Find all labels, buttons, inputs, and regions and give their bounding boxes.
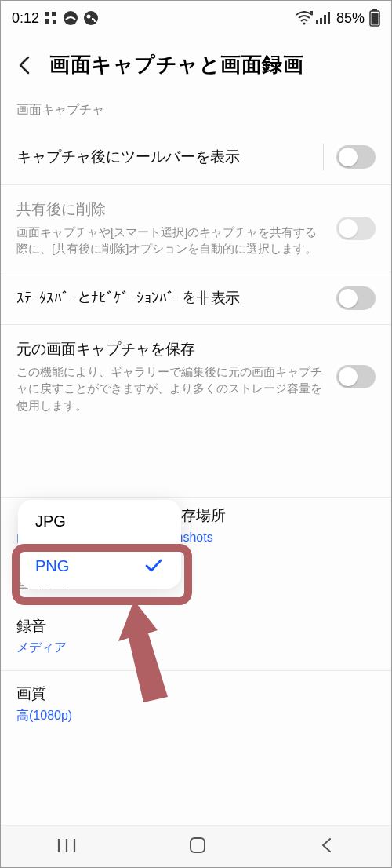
toggle-save-original[interactable]	[336, 365, 376, 388]
svg-rect-12	[324, 15, 326, 24]
row-value: メディア	[16, 640, 376, 656]
svg-rect-3	[53, 20, 56, 24]
popup-option-png[interactable]: PNG	[18, 543, 181, 589]
svg-rect-1	[52, 12, 56, 16]
toggle-hide-bars[interactable]	[336, 286, 376, 310]
svg-rect-2	[45, 19, 49, 24]
status-right: 85%	[296, 9, 380, 27]
row-quality[interactable]: 画質 高(1080p)	[1, 671, 391, 739]
status-bar: 0:12 85%	[1, 1, 391, 35]
svg-rect-0	[45, 12, 49, 16]
android-navbar	[1, 825, 391, 867]
status-notif-icon	[44, 11, 58, 25]
svg-rect-10	[316, 20, 318, 24]
nav-recents-button[interactable]	[56, 837, 77, 856]
nav-back-icon	[318, 837, 336, 854]
svg-rect-16	[372, 13, 379, 25]
row-subtitle: この機能により、ギャラリーで編集後に元の画面キャプチャに戻すことができますが、よ…	[16, 363, 328, 414]
divider	[323, 144, 324, 170]
recents-icon	[56, 837, 77, 853]
popup-option-label: JPG	[35, 512, 66, 531]
row-toolbar-after-capture[interactable]: キャプチャ後にツールバーを表示	[1, 129, 391, 185]
format-popup: JPG PNG	[18, 500, 181, 589]
chevron-left-icon	[15, 55, 35, 75]
row-title: 画質	[16, 684, 376, 705]
row-value: 高(1080p)	[16, 708, 376, 724]
toggle-toolbar[interactable]	[336, 145, 376, 169]
section-label-capture: 画面キャプチャ	[1, 100, 391, 129]
back-button[interactable]	[12, 52, 38, 78]
status-time: 0:12	[12, 10, 39, 27]
row-delete-after-share[interactable]: 共有後に削除 画面キャプチャや[スマート選択]のキャプチャを共有する際に、[共有…	[1, 185, 391, 272]
svg-rect-11	[320, 18, 322, 24]
signal-icon	[316, 12, 332, 24]
row-title: ｽﾃｰﾀｽﾊﾞｰとﾅﾋﾞｹﾞｰｼｮﾝﾊﾞｰを非表示	[16, 288, 328, 309]
svg-point-5	[84, 11, 98, 25]
svg-rect-21	[191, 838, 205, 852]
check-icon	[143, 556, 164, 576]
popup-option-label: PNG	[35, 557, 69, 575]
battery-pct: 85%	[336, 10, 365, 27]
row-audio[interactable]: 録音 メディア	[1, 604, 391, 672]
wifi-icon	[296, 11, 313, 25]
status-app2-icon	[83, 10, 99, 26]
row-save-original[interactable]: 元の画面キャプチャを保存 この機能により、ギャラリーで編集後に元の画面キャプチャ…	[1, 325, 391, 429]
row-title: 元の画面キャプチャを保存	[16, 339, 328, 360]
page-title: 画面キャプチャと画面録画	[49, 51, 303, 78]
svg-point-7	[303, 22, 305, 24]
status-left: 0:12	[12, 10, 99, 27]
battery-icon	[369, 9, 380, 27]
row-subtitle: 画面キャプチャや[スマート選択]のキャプチャを共有する際に、[共有後に削除]オプ…	[16, 224, 328, 258]
row-format-hidden[interactable]	[1, 429, 391, 498]
row-title: キャプチャ後にツールバーを表示	[16, 147, 315, 168]
nav-back-button[interactable]	[318, 837, 336, 857]
nav-home-button[interactable]	[188, 836, 207, 858]
toggle-delete-after-share[interactable]	[336, 217, 376, 240]
home-icon	[188, 836, 207, 855]
svg-rect-13	[328, 12, 330, 24]
row-title: 録音	[16, 616, 376, 637]
row-hide-bars[interactable]: ｽﾃｰﾀｽﾊﾞｰとﾅﾋﾞｹﾞｰｼｮﾝﾊﾞｰを非表示	[1, 272, 391, 325]
status-app1-icon	[63, 10, 78, 26]
popup-option-jpg[interactable]: JPG	[18, 500, 181, 543]
svg-point-6	[87, 15, 91, 19]
row-title: 共有後に削除	[16, 199, 328, 221]
header: 画面キャプチャと画面録画	[1, 35, 391, 100]
